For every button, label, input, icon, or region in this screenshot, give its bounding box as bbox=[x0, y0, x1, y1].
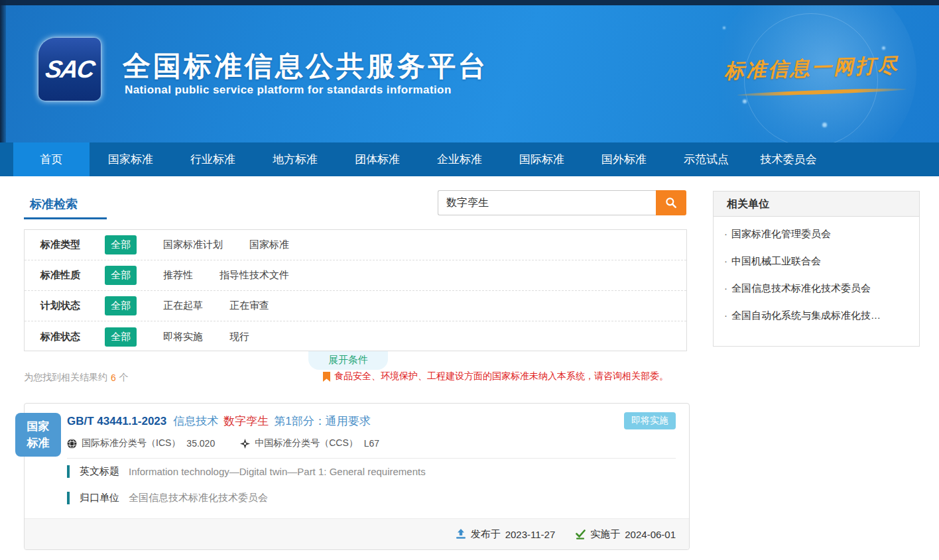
sac-logo[interactable]: SAC bbox=[38, 38, 101, 101]
ics-label: 国际标准分类号（ICS） bbox=[82, 437, 180, 449]
banner-left-edge bbox=[0, 0, 6, 142]
sac-logo-text: SAC bbox=[43, 56, 96, 84]
related-unit-item[interactable]: ·全国自动化系统与集成标准化技… bbox=[714, 302, 919, 329]
publish-date: 2023-11-27 bbox=[505, 529, 556, 540]
filter-option[interactable]: 国家标准 bbox=[249, 239, 289, 251]
page: SAC 全国标准信息公共服务平台 National public service… bbox=[0, 0, 939, 560]
classification-row: 国际标准分类号（ICS） 35.020 中国标准分类号（CCS） L67 bbox=[67, 437, 379, 449]
list-bullet: · bbox=[724, 255, 727, 266]
main-nav: 首页 国家标准 行业标准 地方标准 团体标准 企业标准 国际标准 国外标准 示范… bbox=[0, 142, 939, 176]
nav-tab-local-standards[interactable]: 地方标准 bbox=[254, 142, 336, 176]
filter-all-button[interactable]: 全部 bbox=[105, 296, 137, 315]
national-standard-badge: 国家 标准 bbox=[15, 413, 61, 457]
section-tab-underline bbox=[24, 217, 107, 219]
related-unit-item[interactable]: ·全国信息技术标准化技术委员会 bbox=[714, 275, 919, 302]
summary-prefix: 为您找到相关结果约 bbox=[24, 372, 107, 384]
search-input[interactable] bbox=[438, 190, 656, 215]
banner: SAC 全国标准信息公共服务平台 National public service… bbox=[0, 0, 939, 142]
related-unit-item[interactable]: ·中国机械工业联合会 bbox=[714, 248, 919, 275]
system-notice: 食品安全、环境保护、工程建设方面的国家标准未纳入本系统，请咨询相关部委。 bbox=[323, 370, 668, 382]
results-count: 6 bbox=[111, 372, 116, 383]
standard-result-card: 国家 标准 GB/T 43441.1-2023 信息技术 数字孪生 第1部分：通… bbox=[24, 403, 690, 550]
filter-option[interactable]: 现行 bbox=[229, 331, 249, 343]
committee-label: 归口单位 bbox=[80, 492, 119, 504]
ccs-label: 中国标准分类号（CCS） bbox=[255, 437, 358, 449]
teal-marker-bar bbox=[67, 465, 70, 478]
notice-text: 食品安全、环境保护、工程建设方面的国家标准未纳入本系统，请咨询相关部委。 bbox=[334, 370, 668, 382]
filter-option[interactable]: 正在审查 bbox=[229, 300, 269, 312]
nav-tab-enterprise-standards[interactable]: 企业标准 bbox=[418, 142, 501, 176]
card-divider bbox=[67, 458, 676, 459]
filter-row-plan-status: 计划状态 全部 正在起草 正在审查 bbox=[25, 291, 686, 321]
nav-tab-technical-committees[interactable]: 技术委员会 bbox=[747, 142, 830, 176]
nav-tab-pilot-projects[interactable]: 示范试点 bbox=[665, 142, 747, 176]
compass-icon bbox=[240, 439, 250, 449]
banner-top-edge bbox=[0, 0, 939, 5]
check-icon bbox=[575, 530, 586, 539]
platform-subtitle-en: National public service platform for sta… bbox=[125, 84, 452, 97]
decor-dot bbox=[822, 123, 827, 127]
nav-tab-group-standards[interactable]: 团体标准 bbox=[336, 142, 418, 176]
card-title-row: GB/T 43441.1-2023 信息技术 数字孪生 第1部分：通用要求 即将… bbox=[67, 412, 676, 429]
list-bullet: · bbox=[724, 282, 727, 294]
bookmark-icon bbox=[323, 372, 330, 382]
publish-date-group: 发布于 2023-11-27 bbox=[456, 528, 556, 541]
search-button[interactable] bbox=[656, 190, 686, 215]
standard-title-keyword-highlight: 数字孪生 bbox=[223, 414, 269, 429]
related-units-list: ·国家标准化管理委员会 ·中国机械工业联合会 ·全国信息技术标准化技术委员会 ·… bbox=[714, 217, 919, 333]
section-tab-standard-search[interactable]: 标准检索 bbox=[30, 196, 78, 212]
filter-all-button[interactable]: 全部 bbox=[105, 235, 137, 254]
nav-tab-industry-standards[interactable]: 行业标准 bbox=[172, 142, 254, 176]
filter-option[interactable]: 推荐性 bbox=[163, 269, 193, 282]
decor-dot bbox=[743, 99, 747, 103]
committee-value: 全国信息技术标准化技术委员会 bbox=[129, 492, 268, 504]
list-bullet: · bbox=[724, 309, 727, 321]
results-summary: 为您找到相关结果约 6 个 bbox=[24, 372, 129, 384]
nav-tab-home[interactable]: 首页 bbox=[13, 142, 90, 176]
card-footer: 发布于 2023-11-27 实施于 2024-06-01 bbox=[25, 518, 689, 549]
filter-row-standard-type: 标准类型 全部 国家标准计划 国家标准 bbox=[25, 230, 686, 260]
implement-label: 实施于 bbox=[590, 528, 620, 541]
ics-value: 35.020 bbox=[186, 438, 215, 449]
decor-dot bbox=[723, 27, 725, 29]
filter-label: 标准类型 bbox=[40, 239, 105, 251]
nav-tab-foreign-standards[interactable]: 国外标准 bbox=[583, 142, 665, 176]
filter-row-standard-status: 标准状态 全部 即将实施 现行 bbox=[25, 321, 686, 352]
ccs-value: L67 bbox=[364, 438, 379, 449]
standard-code: GB/T 43441.1-2023 bbox=[67, 415, 166, 428]
filter-option[interactable]: 国家标准计划 bbox=[163, 239, 223, 251]
english-title-label: 英文标题 bbox=[80, 465, 119, 478]
magnifier-icon bbox=[664, 196, 678, 209]
publish-label: 发布于 bbox=[471, 528, 501, 541]
standard-title-rest: 第1部分：通用要求 bbox=[274, 414, 370, 429]
english-title-value: Information technology—Digital twin—Part… bbox=[129, 466, 426, 477]
status-badge: 即将实施 bbox=[624, 412, 676, 429]
filter-option[interactable]: 指导性技术文件 bbox=[219, 269, 289, 282]
summary-suffix: 个 bbox=[119, 372, 129, 384]
filter-all-button[interactable]: 全部 bbox=[105, 327, 137, 347]
related-units-panel: 相关单位 ·国家标准化管理委员会 ·中国机械工业联合会 ·全国信息技术标准化技术… bbox=[713, 191, 920, 347]
filter-label: 标准状态 bbox=[40, 331, 105, 343]
standard-title-segment: 信息技术 bbox=[173, 414, 218, 429]
nav-tab-international-standards[interactable]: 国际标准 bbox=[501, 142, 583, 176]
implement-date-group: 实施于 2024-06-01 bbox=[575, 528, 676, 541]
globe-icon bbox=[67, 439, 77, 449]
related-unit-item[interactable]: ·国家标准化管理委员会 bbox=[714, 221, 919, 248]
ccs-group: 中国标准分类号（CCS） L67 bbox=[240, 437, 379, 449]
search-box bbox=[438, 190, 686, 215]
teal-marker-bar bbox=[67, 492, 70, 504]
filter-label: 计划状态 bbox=[40, 300, 105, 312]
committee-row: 归口单位 全国信息技术标准化技术委员会 bbox=[67, 492, 268, 504]
english-title-row: 英文标题 Information technology—Digital twin… bbox=[67, 465, 426, 478]
related-units-title: 相关单位 bbox=[714, 192, 919, 217]
platform-title: 全国标准信息公共服务平台 bbox=[123, 48, 489, 85]
filter-option[interactable]: 正在起草 bbox=[163, 300, 203, 312]
filter-all-button[interactable]: 全部 bbox=[105, 266, 137, 285]
nav-tab-national-standards[interactable]: 国家标准 bbox=[90, 142, 172, 176]
implement-date: 2024-06-01 bbox=[625, 529, 676, 540]
standard-title-link[interactable]: GB/T 43441.1-2023 信息技术 数字孪生 第1部分：通用要求 bbox=[67, 414, 371, 429]
filter-option[interactable]: 即将实施 bbox=[163, 331, 203, 343]
expand-conditions-button[interactable]: 展开条件 bbox=[308, 351, 388, 370]
filter-panel: 标准类型 全部 国家标准计划 国家标准 标准性质 全部 推荐性 指导性技术文件 … bbox=[24, 229, 687, 351]
list-bullet: · bbox=[724, 228, 727, 239]
